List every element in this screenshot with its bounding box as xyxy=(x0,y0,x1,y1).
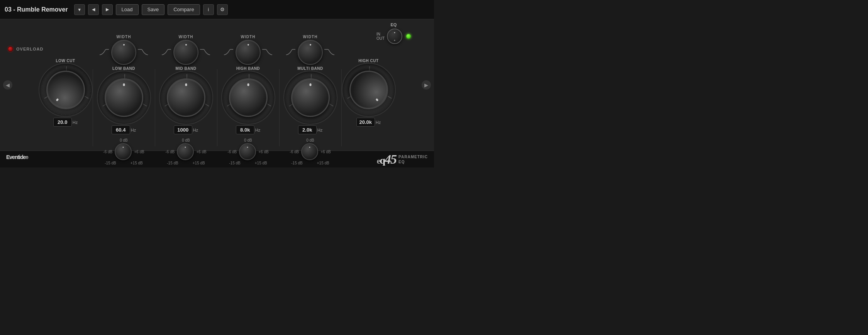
low-band-width-section: WIDTH xyxy=(99,35,149,65)
high-band-minus6: -6 dB xyxy=(227,150,237,154)
high-band-plus6: +6 dB xyxy=(258,150,268,154)
overload-led xyxy=(8,46,13,52)
high-band-curve-left xyxy=(223,49,235,56)
low-band-ring xyxy=(97,71,151,125)
low-band-curve-right xyxy=(137,49,149,56)
compare-button[interactable]: Compare xyxy=(168,4,200,15)
low-band-gain-knob[interactable] xyxy=(115,143,132,160)
multi-band-plus6: +6 dB xyxy=(320,150,331,154)
multi-band-width-knob[interactable] xyxy=(298,40,323,65)
low-band-db-label: 0 dB xyxy=(120,138,128,142)
multi-band-db-label: 0 dB xyxy=(306,138,314,142)
svg-line-8 xyxy=(143,104,147,106)
high-cut-freq-unit: Hz xyxy=(376,120,381,125)
high-cut-freq-row: 20.0k Hz xyxy=(342,118,396,127)
mid-band-gain-section: 0 dB -6 dB +6 dB -15 dB +15 dB xyxy=(165,137,206,165)
high-band-gain-knob[interactable] xyxy=(239,143,256,160)
svg-line-23 xyxy=(329,104,333,106)
mid-band-freq-row: 1000 Hz xyxy=(155,125,217,134)
high-band-freq-unit: Hz xyxy=(255,128,260,132)
multi-band-gain-row2: -15 dB +15 dB xyxy=(291,161,329,165)
multi-band-plus15: +15 dB xyxy=(317,161,329,165)
multi-band-width-section: WIDTH xyxy=(285,35,335,65)
low-cut-freq-value: 20.0 xyxy=(53,118,72,127)
mid-band-ring xyxy=(159,71,213,125)
low-cut-ring xyxy=(39,63,93,117)
scroll-left-arrow[interactable]: ◀ xyxy=(3,80,12,90)
multi-band-ring xyxy=(283,71,337,125)
info-button[interactable]: i xyxy=(203,4,214,15)
low-cut-freq-unit: Hz xyxy=(73,120,78,125)
multi-band-gain-row: -6 dB +6 dB xyxy=(290,143,331,160)
next-btn[interactable]: ▶ xyxy=(102,4,113,15)
mid-band-plus6: +6 dB xyxy=(196,150,206,154)
multi-band-curve-left xyxy=(285,49,297,56)
mid-band-gain-row2: -15 dB +15 dB xyxy=(167,161,205,165)
low-band-plus6: +6 dB xyxy=(134,150,144,154)
high-band-plus15: +15 dB xyxy=(255,161,267,165)
scroll-right-arrow[interactable]: ▶ xyxy=(422,80,431,90)
multi-band-knob[interactable] xyxy=(291,78,330,117)
high-band-width-knob[interactable] xyxy=(236,40,261,65)
multi-band-width-label: WIDTH xyxy=(303,35,318,39)
low-band-plus15: +15 dB xyxy=(131,161,143,165)
low-band-freq-row: 60.4 Hz xyxy=(93,125,155,134)
svg-line-13 xyxy=(205,104,209,106)
main-area: ◀ ▶ OVERLOAD EQ IN OUT LOW CUT xyxy=(0,19,434,151)
multi-band-curve-right xyxy=(324,49,335,56)
mid-band-db-label: 0 dB xyxy=(182,138,190,142)
high-band-title: HIGH BAND xyxy=(236,66,260,71)
mid-band-curve-right xyxy=(199,49,211,56)
band-mid-band: WIDTH MID BAND xyxy=(155,35,217,165)
svg-line-26 xyxy=(388,96,392,98)
mid-band-title: MID BAND xyxy=(176,66,197,71)
preset-name: 03 - Rumble Remover xyxy=(5,6,68,13)
multi-band-freq-value: 2.0k xyxy=(298,125,317,134)
svg-line-3 xyxy=(85,96,88,98)
band-high-cut: HIGH CUT 20.0k Hz xyxy=(342,35,396,127)
top-bar: 03 - Rumble Remover ▼ ◀ ▶ Load Save Comp… xyxy=(0,0,434,19)
mid-band-minus15: -15 dB xyxy=(167,161,178,165)
high-band-gain-row: -6 dB +6 dB xyxy=(227,143,268,160)
high-cut-ring xyxy=(342,63,396,117)
multi-band-minus6: -6 dB xyxy=(290,150,299,154)
mid-band-freq-value: 1000 xyxy=(174,125,192,134)
mid-band-minus6: -6 dB xyxy=(165,150,175,154)
high-band-width-label: WIDTH xyxy=(241,35,256,39)
multi-band-gain-section: 0 dB -6 dB +6 dB -15 dB +15 dB xyxy=(290,137,331,165)
high-cut-title: HIGH CUT xyxy=(358,59,378,63)
low-band-freq-value: 60.4 xyxy=(112,125,130,134)
multi-band-gain-knob[interactable] xyxy=(301,143,318,160)
high-band-gain-section: 0 dB -6 dB +6 dB -15 dB +15 dB xyxy=(227,137,268,165)
mid-band-gain-knob[interactable] xyxy=(177,143,194,160)
low-band-gain-row: -6 dB +6 dB xyxy=(103,143,144,160)
eq-active-led xyxy=(406,34,411,39)
high-band-gain-row2: -15 dB +15 dB xyxy=(229,161,267,165)
low-cut-freq-row: 20.0 Hz xyxy=(39,118,93,127)
mid-band-gain-row: -6 dB +6 dB xyxy=(165,143,206,160)
low-band-width-knob[interactable] xyxy=(111,40,136,65)
dropdown-btn[interactable]: ▼ xyxy=(74,4,85,15)
multi-band-freq-row: 2.0k Hz xyxy=(280,125,341,134)
high-band-knob[interactable] xyxy=(229,78,268,117)
multi-band-title: MULTI BAND xyxy=(297,66,323,71)
overload-section: OVERLOAD xyxy=(8,46,43,52)
settings-button[interactable]: ⚙ xyxy=(217,4,228,15)
multi-band-minus15: -15 dB xyxy=(291,161,302,165)
save-button[interactable]: Save xyxy=(142,4,165,15)
low-cut-title: LOW CUT xyxy=(56,59,75,63)
low-band-knob[interactable] xyxy=(105,78,143,117)
prev-btn[interactable]: ◀ xyxy=(88,4,99,15)
band-low-cut: LOW CUT 20.0 Hz xyxy=(39,35,93,127)
mid-band-knob[interactable] xyxy=(167,78,205,117)
bands-container: LOW CUT 20.0 Hz WID xyxy=(0,27,434,165)
low-band-curve-left xyxy=(99,49,110,56)
band-low-band: WIDTH LOW BAND xyxy=(93,35,155,165)
low-band-gain-section: 0 dB -6 dB +6 dB -15 dB +15 dB xyxy=(103,137,144,165)
mid-band-plus15: +15 dB xyxy=(193,161,205,165)
load-button[interactable]: Load xyxy=(116,4,139,15)
mid-band-width-knob[interactable] xyxy=(173,40,198,65)
low-band-gain-row2: -15 dB +15 dB xyxy=(105,161,142,165)
mid-band-width-section: WIDTH xyxy=(161,35,211,65)
mid-band-freq-unit: Hz xyxy=(193,128,198,132)
